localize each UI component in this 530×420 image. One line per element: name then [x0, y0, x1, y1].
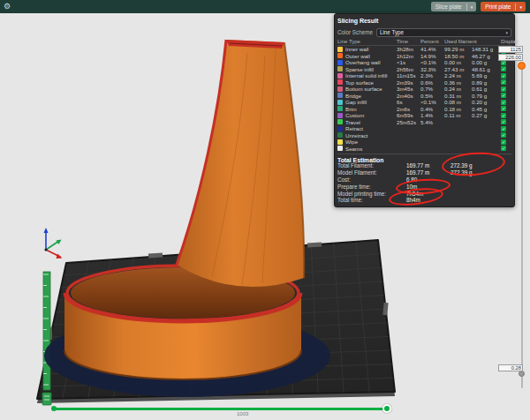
total-estimation-title: Total Estimation [337, 154, 511, 162]
layer-slider-top-handle[interactable] [518, 62, 526, 70]
chevron-down-icon[interactable]: ▾ [467, 4, 477, 10]
layer-slider-track[interactable] [521, 64, 523, 388]
line-color-swatch [337, 66, 343, 71]
estimation-row: Cost:6.80 [337, 176, 511, 184]
line-color-swatch [337, 139, 343, 145]
line-type-row: Overhang wall<1s<0.1%0.00 m0.00 g [337, 59, 511, 66]
line-time: 3h28m [397, 46, 420, 52]
line-color-swatch [337, 132, 343, 138]
estimation-value-2: 272.39 g [450, 169, 500, 176]
line-type-row: Gap infill6s<0.1%0.08 m0.20 g [337, 99, 511, 106]
layer-height-label: 226.00 [498, 54, 523, 61]
line-type-name: Retract [345, 125, 397, 131]
layer-slider-bottom-handle[interactable] [519, 371, 525, 377]
estimation-label: Cost: [337, 176, 406, 183]
line-color-swatch [337, 79, 343, 85]
line-color-swatch [337, 146, 343, 151]
line-type-name: Wipe [345, 139, 397, 145]
display-checkbox[interactable] [501, 66, 506, 71]
display-checkbox[interactable] [501, 126, 506, 131]
estimation-label: Total time: [337, 197, 406, 203]
line-time: 1h12m [397, 53, 420, 59]
move-slider-handle[interactable] [382, 404, 391, 413]
line-percent: 0.5% [420, 93, 444, 99]
estimation-value-1: 8h4m [406, 197, 450, 203]
estimation-row: Model Filament:169.77 m272.39 g [337, 169, 511, 176]
line-filament-g: 0.45 g [472, 106, 501, 112]
line-filament-g: 148.31 g [472, 46, 501, 52]
line-color-swatch [337, 73, 343, 79]
model-mesh [44, 40, 330, 397]
line-percent: 2.3% [420, 72, 444, 79]
line-filament-g: 0.61 g [472, 86, 501, 92]
estimation-row: Total Filament:169.77 m272.39 g [337, 162, 511, 169]
line-filament-g: 0.20 g [472, 99, 501, 105]
display-checkbox[interactable] [501, 132, 506, 138]
axes-indicator [44, 228, 63, 259]
color-scheme-select[interactable]: Line Type ▾ [376, 28, 511, 37]
line-type-row: Sparse infill2h56m32.3%27.43 m48.61 g [337, 66, 511, 73]
estimation-value-2: 272.39 g [450, 162, 500, 169]
gear-icon[interactable]: ⚙ [4, 0, 11, 13]
display-checkbox[interactable] [501, 146, 506, 151]
line-color-swatch [337, 113, 343, 118]
line-filament-g: 0.79 g [472, 93, 501, 99]
line-filament-m: 2.24 m [444, 72, 472, 79]
line-filament-g: 0.27 g [472, 112, 501, 118]
display-checkbox[interactable] [501, 73, 506, 79]
display-checkbox[interactable] [501, 119, 506, 124]
print-plate-button[interactable]: Print plate ▾ [481, 2, 526, 11]
panel-title: Slicing Result [337, 16, 511, 26]
line-filament-m: 0.31 m [444, 93, 472, 99]
line-color-swatch [337, 126, 343, 131]
estimation-label: Model Filament: [337, 169, 406, 176]
chevron-down-icon[interactable]: ▾ [516, 4, 526, 10]
line-color-swatch [337, 100, 343, 105]
estimation-row: Model printing time:7h54m [337, 190, 511, 197]
line-time: 6s [397, 99, 420, 105]
line-time: 2h56m [397, 66, 420, 72]
line-percent: 14.9% [420, 53, 444, 59]
line-time: 3m45s [397, 86, 420, 92]
line-type-row: Travel25m52s5.4% [337, 119, 511, 126]
line-percent: 32.3% [420, 66, 444, 72]
estimation-row: Total time:8h4m [337, 197, 511, 204]
line-type-name: Inner wall [345, 46, 397, 52]
line-filament-m: 0.00 m [444, 59, 472, 65]
move-slider-track[interactable] [55, 408, 389, 410]
print-plate-label: Print plate [481, 4, 515, 10]
display-checkbox[interactable] [501, 106, 506, 111]
line-type-name: Top surface [345, 79, 397, 86]
line-time: <1s [397, 59, 420, 65]
line-percent: 0.4% [420, 106, 444, 112]
line-type-row: Unretract [337, 132, 511, 139]
estimation-value-1: 169.77 m [406, 169, 450, 176]
display-checkbox[interactable] [501, 93, 506, 98]
estimation-label: Prepare time: [337, 184, 406, 190]
display-checkbox[interactable] [501, 79, 506, 85]
line-filament-g: 0.00 g [472, 59, 501, 65]
line-filament-m: 0.08 m [444, 99, 472, 105]
display-checkbox[interactable] [501, 86, 506, 92]
display-checkbox[interactable] [501, 113, 506, 118]
line-percent: 1.4% [420, 112, 444, 118]
line-percent: <0.1% [420, 99, 444, 105]
ruler-chip [42, 393, 51, 405]
plate-ruler [42, 272, 51, 405]
line-type-name: Brim [345, 106, 397, 112]
move-slider-start-dot [51, 406, 57, 411]
line-type-name: Seams [345, 146, 397, 152]
line-time: 2m39s [397, 79, 420, 86]
line-color-swatch [337, 93, 343, 98]
line-time: 11m15s [397, 72, 420, 79]
display-checkbox[interactable] [501, 139, 506, 145]
line-type-name: Gap infill [345, 99, 397, 105]
line-filament-m: 0.18 m [444, 106, 472, 112]
display-checkbox[interactable] [501, 100, 506, 105]
line-type-row: Wipe [337, 139, 511, 146]
color-scheme-value: Line Type [380, 29, 404, 35]
line-type-name: Bridge [345, 93, 397, 99]
slice-plate-button[interactable]: Slice plate ▾ [431, 2, 477, 11]
estimation-value-1: 169.77 m [406, 162, 450, 169]
col-percent: Percent [420, 39, 444, 44]
